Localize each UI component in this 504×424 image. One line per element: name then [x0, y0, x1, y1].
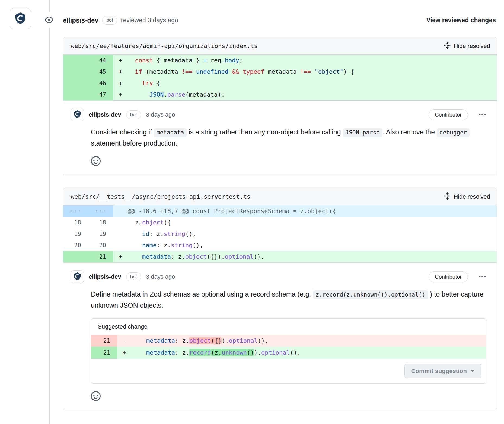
fold-icon: [444, 42, 451, 50]
diff-sign: +: [113, 251, 128, 262]
commit-suggestion-button[interactable]: Commit suggestion: [404, 364, 481, 378]
comment-body: Consider checking if metadata is a strin…: [91, 127, 486, 149]
comment-author[interactable]: ellipsis-dev: [89, 111, 121, 118]
new-line-number: 21: [88, 251, 113, 262]
diff-sign: +: [113, 66, 128, 78]
diff-sign: +: [113, 89, 128, 100]
avatar[interactable]: [10, 8, 31, 29]
view-reviewed-changes-link[interactable]: View reviewed changes: [426, 17, 496, 24]
code-line: try {: [128, 78, 497, 89]
new-line-number: 46: [88, 78, 113, 89]
comment-header: ellipsis-dev bot 3 days ago Contributor: [71, 108, 486, 121]
hide-resolved-button[interactable]: Hide resolved: [444, 192, 490, 201]
add-reaction-button[interactable]: [91, 391, 101, 401]
old-line-number: [63, 89, 88, 100]
code-line: id: z.string(),: [128, 228, 497, 240]
kebab-menu-icon[interactable]: [478, 273, 486, 281]
comment-timestamp[interactable]: 3 days ago: [146, 273, 175, 280]
bot-badge: bot: [102, 16, 117, 25]
comment-timestamp[interactable]: 3 days ago: [146, 111, 175, 118]
old-line-number: 20: [63, 240, 88, 251]
fold-icon: [444, 192, 451, 201]
ellipsis-dev-logo-icon: [73, 110, 82, 120]
ellipsis-dev-logo-icon: [73, 272, 82, 282]
review-thread-card: web/src/__tests__/async/projects-api.ser…: [63, 188, 497, 410]
code-line: @@ -18,6 +18,7 @@ const ProjectResponseS…: [128, 205, 497, 217]
inline-code: metadata: [154, 128, 187, 137]
diff-sign: [113, 217, 128, 228]
hide-resolved-label: Hide resolved: [454, 43, 490, 50]
comment-text: . Also remove the: [382, 128, 437, 136]
diff-row: ······@@ -18,6 +18,7 @@ const ProjectRes…: [63, 205, 497, 217]
review-comment: ellipsis-dev bot 3 days ago Contributor …: [63, 262, 497, 410]
diff-sign: +: [117, 347, 132, 359]
diff-row: 44+ const { metadata } = req.body;: [63, 55, 497, 66]
file-path[interactable]: web/src/ee/features/admin-api/organizati…: [71, 43, 258, 49]
review-meta: reviewed 3 days ago: [121, 17, 178, 24]
old-line-number: [63, 66, 88, 78]
avatar[interactable]: [71, 270, 84, 283]
review-thread-card: web/src/ee/features/admin-api/organizati…: [63, 37, 497, 175]
old-line-number: 18: [63, 217, 88, 228]
code-line: metadata: z.object({}).optional(),: [132, 335, 486, 347]
suggestion-diff-table: 21- metadata: z.object({}).optional(),21…: [91, 335, 486, 359]
reviewer-name[interactable]: ellipsis-dev: [63, 17, 98, 24]
comment-text: Define metadata in Zod schemas as option…: [91, 290, 313, 298]
new-line-number: ···: [88, 205, 113, 217]
timeline-line: [49, 0, 50, 424]
new-line-number: 21: [91, 335, 117, 347]
old-line-number: [63, 251, 88, 262]
comment-body: Define metadata in Zod schemas as option…: [91, 289, 486, 311]
diff-row: 21+ metadata: z.object({}).optional(),: [63, 251, 497, 262]
bot-badge: bot: [126, 272, 141, 281]
new-line-number: 44: [88, 55, 113, 66]
diff-row: 46+ try {: [63, 78, 497, 89]
code-line: metadata: z.record(z.unknown()).optional…: [132, 347, 486, 359]
old-line-number: [63, 78, 88, 89]
code-line: JSON.parse(metadata);: [128, 89, 497, 100]
diff-table: ······@@ -18,6 +18,7 @@ const ProjectRes…: [63, 205, 497, 262]
suggested-change-title: Suggested change: [91, 319, 486, 335]
diff-sign: [113, 228, 128, 240]
code-line: if (metadata !== undefined && typeof met…: [128, 66, 497, 78]
ellipsis-dev-logo-icon: [14, 12, 27, 26]
bot-badge: bot: [126, 110, 141, 119]
comment-text: Consider checking if: [91, 128, 154, 136]
code-line: z.object({: [128, 217, 497, 228]
eye-icon: [41, 12, 57, 28]
suggested-change-block: Suggested change 21- metadata: z.object(…: [91, 318, 486, 384]
comment-text: statement before production.: [91, 139, 177, 147]
diff-sign: [113, 205, 128, 217]
comment-author[interactable]: ellipsis-dev: [89, 273, 121, 280]
avatar[interactable]: [71, 108, 84, 121]
old-line-number: ···: [63, 205, 88, 217]
diff-row: 21- metadata: z.object({}).optional(),: [91, 335, 486, 347]
code-line: name: z.string(),: [128, 240, 497, 251]
contributor-badge: Contributor: [429, 109, 468, 120]
diff-sign: [113, 240, 128, 251]
review-header: ellipsis-dev bot reviewed 3 days ago Vie…: [0, 0, 504, 25]
diff-row: 2020 name: z.string(),: [63, 240, 497, 251]
old-line-number: 19: [63, 228, 88, 240]
suggestion-footer: Commit suggestion: [91, 359, 486, 383]
inline-code: debugger: [437, 128, 470, 137]
diff-sign: +: [113, 55, 128, 66]
file-header: web/src/ee/features/admin-api/organizati…: [63, 37, 497, 55]
diff-table: 44+ const { metadata } = req.body;45+ if…: [63, 55, 497, 100]
diff-row: 47+ JSON.parse(metadata);: [63, 89, 497, 100]
hide-resolved-label: Hide resolved: [454, 193, 490, 200]
diff-sign: -: [117, 335, 132, 347]
new-line-number: 47: [88, 89, 113, 100]
diff-row: 1919 id: z.string(),: [63, 228, 497, 240]
code-line: const { metadata } = req.body;: [128, 55, 497, 66]
new-line-number: 45: [88, 66, 113, 78]
diff-row: 21+ metadata: z.record(z.unknown()).opti…: [91, 347, 486, 359]
file-path[interactable]: web/src/__tests__/async/projects-api.ser…: [71, 193, 250, 200]
kebab-menu-icon[interactable]: [478, 111, 486, 119]
add-reaction-button[interactable]: [91, 156, 101, 166]
hide-resolved-button[interactable]: Hide resolved: [444, 42, 490, 50]
new-line-number: 18: [88, 217, 113, 228]
new-line-number: 21: [91, 347, 117, 359]
contributor-badge: Contributor: [429, 271, 468, 282]
comment-header: ellipsis-dev bot 3 days ago Contributor: [71, 270, 486, 283]
